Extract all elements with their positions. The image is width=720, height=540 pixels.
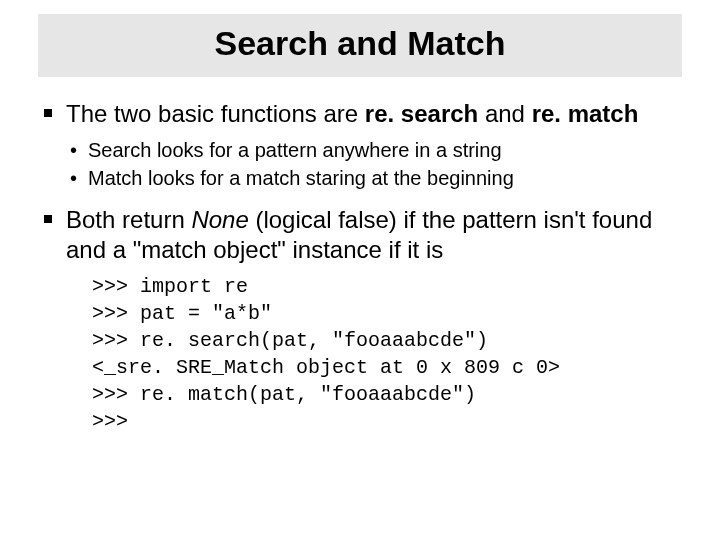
bullet-italic: None: [191, 206, 248, 233]
sub-bullet-item: Search looks for a pattern anywhere in a…: [70, 137, 682, 163]
bullet-text: Both return: [66, 206, 191, 233]
bullet-bold: re. search: [365, 100, 478, 127]
bullet-text: and: [478, 100, 531, 127]
slide: Search and Match The two basic functions…: [0, 14, 720, 540]
sub-bullet-list: Search looks for a pattern anywhere in a…: [66, 137, 682, 191]
slide-title: Search and Match: [38, 24, 682, 63]
bullet-item: The two basic functions are re. search a…: [44, 99, 682, 191]
bullet-bold: re. match: [532, 100, 639, 127]
code-block: >>> import re >>> pat = "a*b" >>> re. se…: [92, 273, 682, 435]
title-bar: Search and Match: [38, 14, 682, 77]
sub-bullet-item: Match looks for a match staring at the b…: [70, 165, 682, 191]
bullet-text: The two basic functions are: [66, 100, 365, 127]
bullet-item: Both return None (logical false) if the …: [44, 205, 682, 435]
bullet-list: The two basic functions are re. search a…: [44, 99, 682, 435]
